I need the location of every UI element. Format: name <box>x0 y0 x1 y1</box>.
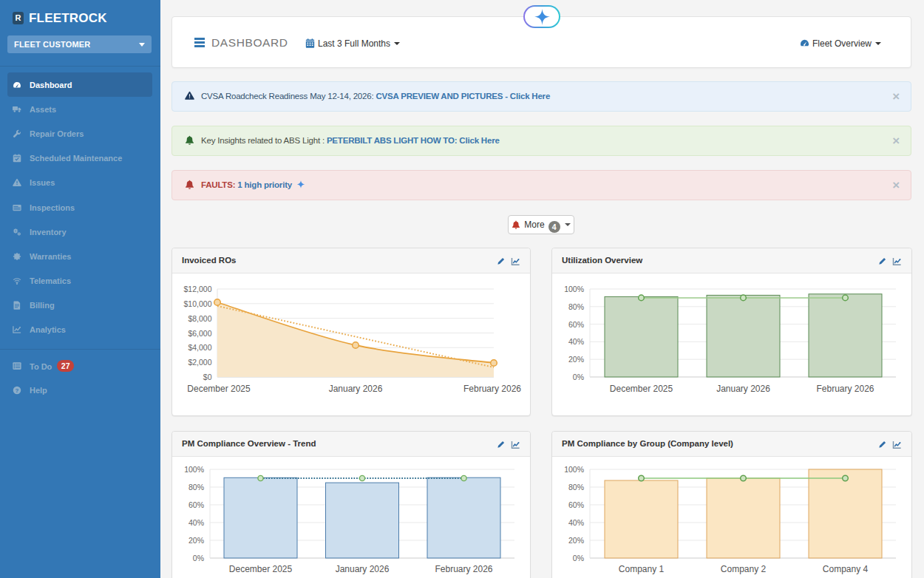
svg-text:December 2025: December 2025 <box>187 384 251 394</box>
svg-text:$10,000: $10,000 <box>184 299 212 308</box>
svg-text:60%: 60% <box>188 500 204 509</box>
svg-text:$6,000: $6,000 <box>188 329 211 338</box>
svg-text:January 2026: January 2026 <box>336 564 390 574</box>
svg-text:$12,000: $12,000 <box>184 285 212 293</box>
svg-text:$4,000: $4,000 <box>188 343 211 352</box>
svg-text:80%: 80% <box>568 302 584 311</box>
svg-text:?: ? <box>16 387 19 393</box>
svg-text:40%: 40% <box>188 518 204 527</box>
svg-text:February 2026: February 2026 <box>463 384 521 394</box>
svg-text:40%: 40% <box>568 337 584 346</box>
svg-text:Company 1: Company 1 <box>619 564 665 574</box>
svg-text:0%: 0% <box>573 373 584 381</box>
svg-text:20%: 20% <box>188 536 204 545</box>
svg-text:0%: 0% <box>193 554 204 562</box>
svg-text:$8,000: $8,000 <box>188 314 211 323</box>
svg-text:60%: 60% <box>568 500 584 509</box>
svg-text:December 2025: December 2025 <box>229 564 293 574</box>
svg-text:February 2026: February 2026 <box>816 384 874 394</box>
svg-text:January 2026: January 2026 <box>329 384 383 394</box>
svg-text:60%: 60% <box>568 320 584 329</box>
svg-text:40%: 40% <box>568 518 584 527</box>
svg-text:80%: 80% <box>568 483 584 492</box>
svg-text:100%: 100% <box>184 465 204 474</box>
svg-text:0%: 0% <box>573 554 584 562</box>
svg-text:100%: 100% <box>564 465 584 474</box>
svg-text:December 2025: December 2025 <box>610 384 673 394</box>
svg-text:January 2026: January 2026 <box>716 384 770 394</box>
svg-text:$0: $0 <box>203 373 212 381</box>
svg-text:80%: 80% <box>188 483 204 492</box>
svg-text:Company 4: Company 4 <box>823 564 869 574</box>
svg-text:20%: 20% <box>568 536 584 545</box>
svg-text:$2,000: $2,000 <box>188 358 211 367</box>
svg-text:100%: 100% <box>564 285 584 293</box>
svg-text:Company 2: Company 2 <box>721 564 767 574</box>
svg-text:February 2026: February 2026 <box>435 564 492 574</box>
svg-text:20%: 20% <box>568 355 584 364</box>
